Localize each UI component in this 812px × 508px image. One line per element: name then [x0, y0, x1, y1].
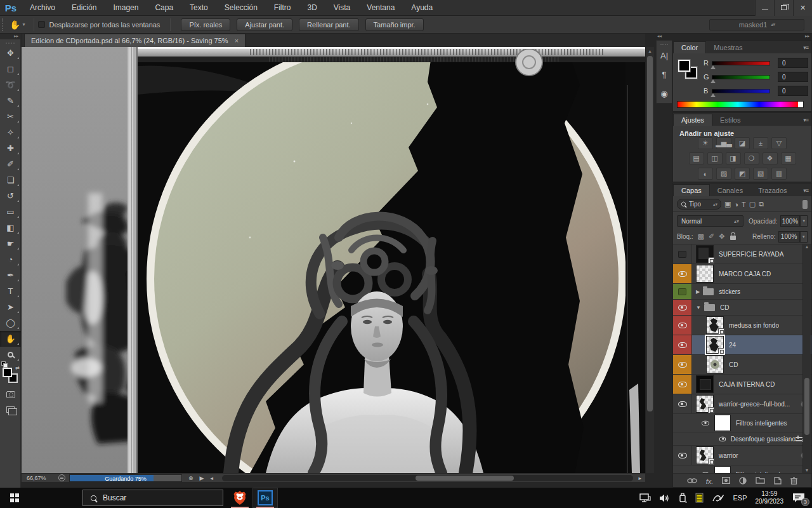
options-button-p-x-reales[interactable]: Píx. reales	[181, 18, 230, 31]
taskbar-app-brave[interactable]	[227, 488, 252, 508]
menu-edición[interactable]: Edición	[63, 0, 105, 16]
link-icon[interactable]	[687, 478, 697, 484]
filter-adjustment-layers-icon[interactable]: ◑	[734, 201, 738, 208]
hue-saturation-adjustment-icon[interactable]: ▤	[689, 152, 704, 164]
filter-smart-objects-icon[interactable]: ⧉	[759, 200, 764, 208]
start-button[interactable]	[0, 488, 29, 508]
scroll-all-windows-checkbox[interactable]	[38, 21, 45, 28]
scroll-up-icon[interactable]: ▲	[646, 47, 654, 53]
levels-adjustment-icon[interactable]: ▂▅▃	[716, 137, 731, 149]
channel-slider[interactable]	[712, 75, 770, 79]
layer-thumbnail[interactable]	[696, 375, 714, 393]
restore-button[interactable]	[774, 0, 793, 16]
layer-thumbnail[interactable]	[696, 265, 714, 283]
layer-row-stickers[interactable]: ▶stickers	[673, 284, 811, 300]
threshold-adjustment-icon[interactable]: ◩	[735, 168, 750, 180]
workspace-selector[interactable]: masked1 ▴▾	[709, 19, 804, 30]
strip-gripper[interactable]	[660, 41, 668, 45]
current-tool-indicator[interactable]: ✋ ▾	[8, 20, 30, 30]
foreground-color[interactable]	[3, 368, 12, 377]
channel-slider[interactable]	[712, 61, 770, 65]
delete-icon[interactable]	[790, 477, 797, 485]
vibrance-adjustment-icon[interactable]: ▽	[771, 137, 787, 149]
spot-healing-brush-tool[interactable]: ✚	[0, 140, 21, 156]
gradient-map-adjustment-icon[interactable]: ▧	[753, 168, 768, 180]
tab-close-icon[interactable]: ×	[235, 37, 239, 44]
slider-thumb[interactable]	[710, 79, 716, 83]
visibility-toggle[interactable]	[673, 316, 692, 335]
selective-color-adjustment-icon[interactable]: ▥	[771, 168, 787, 180]
opacity-dropdown-icon[interactable]: ▾	[800, 215, 808, 227]
zoom-tool[interactable]	[0, 347, 21, 363]
menu-ventana[interactable]: Ventana	[358, 0, 403, 16]
zoom-level-field[interactable]: 66,67%	[27, 475, 55, 481]
visibility-toggle[interactable]	[673, 394, 692, 413]
layer-row-warrior-greece-full-bod-[interactable]: warrior-greece--full-bod...	[673, 394, 811, 414]
lock-transparency-icon[interactable]: ▩	[698, 232, 704, 241]
dodge-tool[interactable]: ◔	[0, 251, 21, 267]
visibility-toggle[interactable]	[673, 284, 692, 299]
panel-menu-icon[interactable]: ▾≡	[803, 187, 811, 196]
layer-thumbnail[interactable]	[706, 336, 724, 354]
menu-archivo[interactable]: Archivo	[22, 0, 63, 16]
layer-row-caja-interna-cd[interactable]: CAJA INTERNA CD	[673, 375, 811, 394]
channel-value[interactable]: 0	[778, 86, 808, 96]
menu-vista[interactable]: Vista	[325, 0, 358, 16]
menu-filtro[interactable]: Filtro	[266, 0, 299, 16]
layer-row-filtros-inteligentes[interactable]: Filtros inteligentes	[673, 465, 811, 473]
clone-stamp-tool[interactable]: ❏	[0, 172, 21, 188]
visibility-toggle[interactable]	[673, 264, 692, 283]
black-white-adjustment-icon[interactable]: ◨	[726, 152, 741, 164]
layer-thumbnail[interactable]	[706, 356, 724, 373]
notification-center-button[interactable]: 3	[792, 492, 806, 504]
canvas[interactable]	[22, 47, 645, 473]
paragraph-panel-icon[interactable]: ¶	[657, 65, 672, 84]
scroll-right-icon[interactable]: ▸	[638, 475, 641, 481]
group-expander-icon[interactable]: ▶	[696, 289, 700, 295]
taskbar-app-photoshop[interactable]: Ps	[252, 488, 278, 508]
network-icon[interactable]	[639, 493, 651, 503]
color-lookup-adjustment-icon[interactable]: ▦	[781, 152, 796, 164]
layer-thumbnail[interactable]	[696, 446, 714, 464]
tab-estilos[interactable]: Estilos	[712, 114, 748, 126]
layers-scrollbar[interactable]: ▲ ▼	[802, 244, 811, 473]
layer-row-warrior[interactable]: warrior	[673, 446, 811, 465]
add-mask-icon[interactable]	[722, 477, 730, 484]
scroll-down-icon[interactable]: ▼	[803, 468, 811, 472]
horizontal-scrollbar[interactable]	[222, 475, 633, 481]
curves-adjustment-icon[interactable]: ◪	[735, 137, 750, 149]
character-panel-icon[interactable]: A|	[657, 46, 672, 65]
type-tool[interactable]: T	[0, 283, 21, 299]
layer-row-superficie-rayada[interactable]: SUPERFICIE RAYADA	[673, 244, 811, 264]
clone-source-panel-icon[interactable]: ◉	[657, 84, 672, 103]
layer-row-cd[interactable]: ▼CD	[673, 300, 811, 316]
exposure-adjustment-icon[interactable]: ±	[753, 137, 768, 149]
posterize-adjustment-icon[interactable]: ▨	[716, 168, 731, 180]
toolbox-gripper[interactable]	[6, 40, 15, 44]
play-icon[interactable]: ▶	[200, 475, 204, 481]
visibility-eye-icon[interactable]	[719, 436, 726, 441]
path-selection-tool[interactable]: ➤	[0, 299, 21, 315]
menu-texto[interactable]: Texto	[181, 0, 216, 16]
options-button-ajustar-pant-[interactable]: Ajustar pant.	[237, 18, 292, 31]
new-group-icon[interactable]	[756, 477, 765, 484]
menu-imagen[interactable]: Imagen	[105, 0, 147, 16]
lock-paint-icon[interactable]: ✐	[709, 232, 714, 241]
options-gripper[interactable]	[2, 18, 6, 31]
tab-trazados[interactable]: Trazados	[750, 185, 794, 196]
dock-collapse-right-icon[interactable]: ▸▸	[805, 34, 809, 39]
menu-ayuda[interactable]: Ayuda	[403, 0, 441, 16]
quick-mask-button[interactable]	[0, 387, 21, 402]
visibility-toggle[interactable]	[673, 446, 692, 465]
fx-icon[interactable]: fx.	[706, 475, 714, 486]
document-tab[interactable]: Edicion de CDportada.psd al 66,7% (24, R…	[24, 34, 246, 47]
color-balance-adjustment-icon[interactable]: ◫	[707, 152, 723, 164]
channel-slider[interactable]	[712, 89, 770, 93]
volume-icon[interactable]	[659, 493, 670, 503]
fill-dropdown-icon[interactable]: ▾	[800, 231, 808, 243]
lock-position-icon[interactable]: ✥	[719, 232, 724, 241]
tab-muestras[interactable]: Muestras	[706, 42, 750, 53]
brush-tool[interactable]: ✐	[0, 156, 21, 172]
lasso-tool[interactable]: ➰	[0, 77, 21, 93]
close-button[interactable]: ✕	[793, 0, 812, 16]
